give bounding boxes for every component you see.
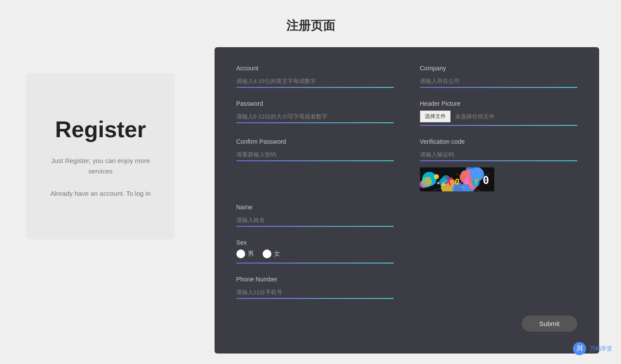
verification-underline [420, 160, 577, 161]
sex-options: 男 女 [236, 250, 394, 263]
password-group: Password [236, 100, 394, 126]
company-underline [420, 87, 577, 88]
name-group: Name [236, 204, 394, 227]
account-input-wrap [236, 75, 394, 88]
sex-male-option[interactable]: 男 [236, 250, 254, 258]
sex-female-option[interactable]: 女 [263, 250, 280, 258]
empty-cell [420, 204, 577, 239]
radio-female-circle [263, 250, 271, 258]
password-label: Password [236, 100, 394, 107]
phone-input[interactable] [236, 286, 394, 298]
verification-group: Verification code [420, 138, 577, 191]
login-link[interactable]: Already have an account. To log in [50, 190, 150, 197]
sex-female-label: 女 [274, 250, 280, 258]
submit-row: Submit [236, 315, 577, 332]
verification-input[interactable] [420, 149, 577, 160]
watermark-icon: 川 [573, 342, 586, 355]
sex-male-label: 男 [248, 250, 254, 258]
password-underline [236, 122, 394, 123]
submit-button[interactable]: Submit [522, 315, 577, 332]
watermark: 川 万码学堂 [573, 342, 612, 355]
main-layout: Register Just Register, you can enjoy mo… [0, 47, 621, 354]
password-input[interactable] [236, 111, 394, 122]
phone-input-wrap [236, 286, 394, 299]
confirm-password-label: Confirm Password [236, 138, 394, 145]
file-upload-area: 选择文件 未选择任何文件 [420, 111, 577, 126]
header-picture-group: Header Picture 选择文件 未选择任何文件 [420, 100, 577, 126]
file-upload-underline [420, 125, 577, 126]
verification-label: Verification code [420, 138, 577, 145]
sex-group: Sex 男 女 [236, 239, 394, 263]
verification-input-wrap [420, 149, 577, 161]
captcha-canvas [420, 167, 494, 191]
file-name-text: 未选择任何文件 [455, 113, 495, 121]
phone-group: Phone Number [236, 276, 394, 299]
account-input[interactable] [236, 75, 394, 87]
captcha-image[interactable] [420, 167, 494, 191]
company-input-wrap [420, 75, 577, 88]
choose-file-button[interactable]: 选择文件 [420, 111, 451, 122]
company-group: Company [420, 65, 577, 88]
account-label: Account [236, 65, 394, 72]
confirm-password-input-wrap [236, 149, 394, 161]
page-title: 注册页面 [0, 0, 621, 47]
name-underline [236, 226, 394, 227]
confirm-password-group: Confirm Password [236, 138, 394, 191]
empty-cell-2 [420, 239, 577, 276]
phone-underline [236, 298, 394, 299]
company-label: Company [420, 65, 577, 72]
confirm-password-underline [236, 160, 394, 161]
left-panel: Register Just Register, you can enjoy mo… [26, 73, 175, 239]
register-form-card: Account Company Password Header Pictur [215, 47, 599, 354]
register-heading: Register [55, 116, 146, 142]
confirm-password-input[interactable] [236, 149, 394, 160]
company-input[interactable] [420, 75, 577, 87]
phone-label: Phone Number [236, 276, 394, 283]
account-underline [236, 87, 394, 88]
sex-label: Sex [236, 239, 394, 246]
register-subtitle: Just Register, you can enjoy more servic… [39, 156, 162, 177]
header-picture-label: Header Picture [420, 100, 577, 107]
radio-male-circle [236, 250, 245, 258]
password-input-wrap [236, 111, 394, 123]
name-input-wrap [236, 214, 394, 227]
name-input[interactable] [236, 214, 394, 226]
account-group: Account [236, 65, 394, 88]
watermark-text: 万码学堂 [590, 345, 612, 353]
sex-underline [236, 263, 394, 263]
name-label: Name [236, 204, 394, 211]
